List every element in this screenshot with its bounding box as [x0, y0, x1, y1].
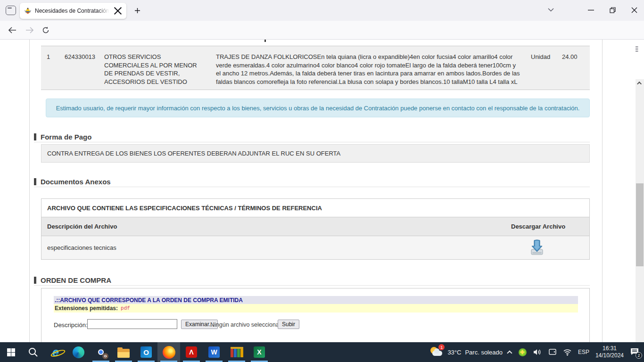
- weather-condition-text: Parc. soleado: [465, 349, 503, 356]
- firefox-view-icon[interactable]: [6, 6, 16, 15]
- acrobat-icon: Λ: [186, 346, 197, 358]
- browser-tab[interactable]: Necesidades de Contratación y: [20, 3, 126, 19]
- content-left-border: [29, 40, 30, 342]
- windows-logo-icon: [7, 348, 15, 356]
- attachment-file-description: especificaciones tecnicas: [47, 244, 116, 251]
- column-header-download: Descargar Archivo: [511, 223, 565, 230]
- tab-title: Necesidades de Contratación y: [35, 8, 109, 14]
- taskbar-excel-button[interactable]: X: [248, 342, 271, 362]
- section-marker-icon: [34, 133, 36, 140]
- volume-icon[interactable]: [533, 348, 542, 356]
- section-title-orden-de-compra: ORDEN DE COMPRA: [34, 276, 111, 284]
- weather-widget[interactable]: 1 33°C Parc. soleado: [429, 346, 503, 358]
- wifi-icon[interactable]: [563, 349, 572, 356]
- item-unit: Unidad: [531, 53, 550, 61]
- browser-toolbar: https://www.compraspublicas.gob.ec/Proce…: [0, 21, 644, 40]
- weather-alert-badge: 1: [438, 344, 445, 350]
- clock-widget[interactable]: 16:31 14/10/2024: [595, 345, 624, 359]
- action-center-button[interactable]: 2: [630, 347, 640, 357]
- clipped-table-header: [41, 40, 590, 46]
- taskbar-internet-explorer-button[interactable]: e: [44, 342, 67, 362]
- upload-button[interactable]: Subir: [278, 320, 299, 329]
- section-title-text: Documentos Anexos: [41, 178, 111, 186]
- section-divider: [34, 285, 590, 286]
- item-category: OTROS SERVICIOS COMERCIALES AL POR MENOR…: [104, 53, 207, 86]
- scrollbar-thumb[interactable]: [636, 183, 644, 266]
- search-icon: [28, 347, 38, 357]
- taskbar-acrobat-button[interactable]: Λ: [180, 342, 203, 362]
- language-indicator[interactable]: ESP: [578, 349, 589, 355]
- internet-explorer-icon: e: [52, 346, 59, 358]
- taskbar-search-button[interactable]: [22, 342, 44, 362]
- display-cast-icon[interactable]: [548, 348, 557, 356]
- tab-close-icon[interactable]: [114, 7, 122, 15]
- item-code: 624330013: [65, 53, 95, 61]
- section-title-forma-de-pago: Forma de Pago: [34, 133, 91, 141]
- winrar-icon: [231, 347, 243, 357]
- description-input[interactable]: [87, 319, 177, 329]
- taskbar-firefox-button[interactable]: [157, 342, 180, 362]
- section-title-text: Forma de Pago: [41, 133, 91, 141]
- content-right-border: [602, 40, 603, 342]
- close-window-button[interactable]: [627, 4, 641, 16]
- reload-button[interactable]: [40, 24, 52, 36]
- item-number: 1: [47, 53, 50, 61]
- taskbar-chrome-button[interactable]: G: [90, 342, 112, 362]
- section-marker-icon: [34, 277, 36, 284]
- item-quantity: 24.00: [562, 53, 578, 61]
- taskbar: e G O Λ W X: [0, 342, 644, 362]
- show-hidden-icons-chevron[interactable]: [507, 350, 512, 355]
- taskbar-edge-button[interactable]: [67, 342, 90, 362]
- taskbar-winrar-button[interactable]: [225, 342, 248, 362]
- section-title-documentos-anexos: Documentos Anexos: [34, 178, 111, 186]
- excel-icon: X: [254, 346, 265, 358]
- section-title-text: ORDEN DE COMPRA: [41, 276, 111, 284]
- chrome-icon: G: [95, 346, 107, 358]
- section-divider: [34, 187, 590, 187]
- firefox-icon: [163, 346, 175, 359]
- attachments-table-header: Descripción del Archivo Descargar Archiv…: [41, 217, 590, 236]
- browser-tab-bar: Necesidades de Contratación y: [0, 0, 644, 21]
- restore-button[interactable]: [605, 4, 619, 16]
- minimize-button[interactable]: [584, 4, 598, 16]
- chrome-profile-badge: G: [102, 353, 108, 359]
- column-header-description: Descripción del Archivo: [47, 223, 117, 230]
- word-icon: W: [208, 346, 220, 358]
- description-label: Descripción:: [54, 321, 88, 329]
- vertical-scrollbar[interactable]: [636, 79, 644, 362]
- item-description: TRAJES DE DANZA FOLKLORICOSEn tela quian…: [216, 53, 521, 86]
- orden-header-bar: .::ARCHIVO QUE CORRESPONDE A LA ORDEN DE…: [54, 296, 578, 304]
- download-file-icon[interactable]: [530, 239, 544, 256]
- new-tab-button[interactable]: [132, 5, 142, 16]
- extensions-row: Extensiones pemitidas: pdf: [54, 304, 578, 313]
- scroll-up-arrow-icon[interactable]: [636, 79, 644, 87]
- list-all-tabs-button[interactable]: [544, 4, 558, 16]
- taskbar-outlook-button[interactable]: O: [135, 342, 157, 362]
- back-button[interactable]: [6, 24, 18, 36]
- notification-count-badge: 2: [636, 352, 642, 359]
- section-marker-icon: [34, 178, 36, 185]
- file-explorer-icon: [117, 349, 130, 358]
- forma-de-pago-content: CONTRA ENTREGA DE LOS BIENES LOS OFERENT…: [41, 144, 590, 163]
- edge-icon: [73, 346, 84, 358]
- clock-time: 16:31: [603, 345, 617, 352]
- no-file-selected-text: Ningún archivo seleccionado.: [210, 321, 287, 328]
- orden-de-compra-panel: .::ARCHIVO QUE CORRESPONDE A LA ORDEN DE…: [41, 288, 590, 345]
- clipped-header-text: [264, 40, 266, 42]
- forward-button[interactable]: [24, 24, 36, 36]
- start-button[interactable]: [0, 342, 22, 362]
- item-table-row: 1 624330013 OTROS SERVICIOS COMERCIALES …: [41, 46, 590, 90]
- antivirus-tray-icon[interactable]: [519, 348, 527, 356]
- section-divider: [34, 142, 590, 142]
- taskbar-tray: 1 33°C Parc. soleado ESP 16:31: [429, 342, 644, 362]
- temperature-text: 33°C: [447, 349, 461, 356]
- taskbar-word-button[interactable]: W: [203, 342, 225, 362]
- attachment-file-row: especificaciones tecnicas: [41, 236, 590, 260]
- extensions-label: Extensiones pemitidas:: [55, 305, 118, 312]
- taskbar-file-explorer-button[interactable]: [112, 342, 135, 362]
- extensions-value: pdf: [121, 305, 130, 311]
- weather-partly-sunny-icon: 1: [429, 346, 444, 358]
- tab-favicon-ecuador-crest-icon: [24, 7, 32, 15]
- outlook-icon: O: [140, 346, 152, 358]
- attachments-table-title: ARCHIVO QUE CONTIENE LAS ESPECIFICACIONE…: [41, 198, 590, 217]
